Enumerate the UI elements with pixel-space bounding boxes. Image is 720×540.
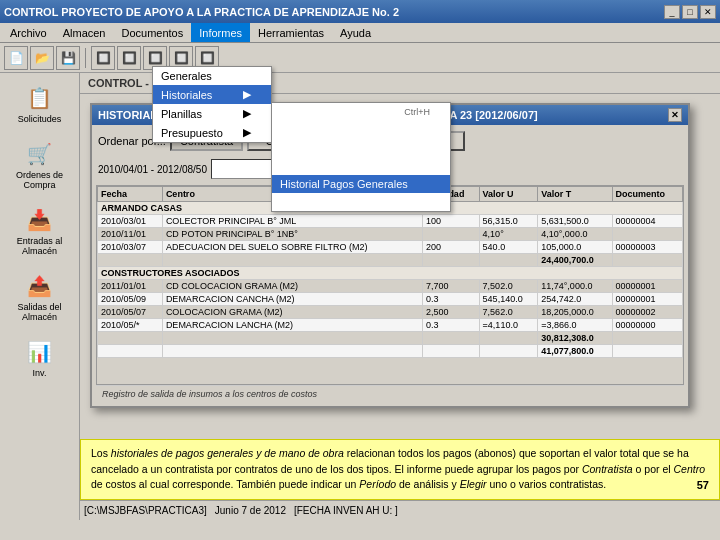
sidebar-item-solicitudes[interactable]: 📋 Solicitudes	[5, 77, 75, 129]
sidebar-label-entradas: Entradas al Almacén	[8, 236, 72, 256]
menu-documentos[interactable]: Documentos	[113, 23, 191, 42]
title-bar: CONTROL PROYECTO DE APOYO A LA PRACTICA …	[0, 0, 720, 23]
toolbar-separator-1	[85, 48, 86, 68]
table-row: 2011/01/01 CD COLOCACION GRAMA (M2) 7,70…	[98, 280, 683, 293]
cell-fecha: 2010/03/01	[98, 215, 163, 228]
info-text-5: de análisis y	[396, 478, 460, 490]
cell-doc: 00000001	[612, 280, 683, 293]
table-row: 41,077,800.0	[98, 345, 683, 358]
cell-subtotal2: 30,812,308.0	[538, 332, 612, 345]
col-valor-t: Valor T	[538, 187, 612, 202]
cell-valor-u: 540.0	[479, 241, 538, 254]
open-button[interactable]: 📂	[30, 46, 54, 70]
table-row: 2010/03/01 COLECTOR PRINCIPAL B° JML 100…	[98, 215, 683, 228]
menu-herramientas[interactable]: Herramientas	[250, 23, 332, 42]
menu-historiales[interactable]: Historiales ▶ Historial de Insumos Ctrl+…	[153, 85, 271, 104]
menu-planillas[interactable]: Planillas ▶	[153, 104, 271, 123]
minimize-button[interactable]: _	[664, 5, 680, 19]
data-table-wrapper[interactable]: Fecha Centro Cantidad Valor U Valor T Do…	[96, 185, 684, 385]
menu-historial-proveedores[interactable]: Historial de Proveedores	[272, 139, 450, 157]
cell-doc: 00000000	[612, 319, 683, 332]
date-range-text: 2010/04/01 - 2012/08/50	[98, 164, 207, 175]
sidebar-item-inv[interactable]: 📊 Inv.	[5, 331, 75, 383]
info-text-3: o por el	[633, 463, 674, 475]
cell-doc: 00000004	[612, 215, 683, 228]
dialog-close-button[interactable]: ✕	[668, 108, 682, 122]
cell-fecha: 2010/05/09	[98, 293, 163, 306]
inv-icon: 📊	[24, 336, 56, 368]
cell-fecha	[98, 254, 163, 267]
cell-doc	[612, 228, 683, 241]
col-fecha: Fecha	[98, 187, 163, 202]
cell-cantidad	[422, 254, 479, 267]
menu-generales[interactable]: Generales	[153, 67, 271, 85]
cell-fecha: 2011/01/01	[98, 280, 163, 293]
menu-historial-empleados[interactable]: Historial de Empleados	[272, 121, 450, 139]
menu-historial-pagos-generales[interactable]: Historial Pagos Generales	[272, 175, 450, 193]
save-button[interactable]: 💾	[56, 46, 80, 70]
menu-ayuda[interactable]: Ayuda	[332, 23, 379, 42]
cell-doc: 00000001	[612, 293, 683, 306]
menu-archivo[interactable]: Archivo	[2, 23, 55, 42]
cell-centro: CD COLOCACION GRAMA (M2)	[162, 280, 422, 293]
cell-valor-u: 56,315.0	[479, 215, 538, 228]
table-row: 2010/05/07 COLOCACION GRAMA (M2) 2,500 7…	[98, 306, 683, 319]
menu-historial-insumos[interactable]: Historial de Insumos Ctrl+H	[272, 103, 450, 121]
info-text-4: de costos al cual corresponde. También p…	[91, 478, 359, 490]
menu-presupuesto[interactable]: Presupuesto ▶	[153, 123, 271, 142]
cell-fecha: 2010/03/07	[98, 241, 163, 254]
cell-valor-t: 11,74°,000.0	[538, 280, 612, 293]
maximize-button[interactable]: □	[682, 5, 698, 19]
table-row: 2010/05/09 DEMARCACION CANCHA (M2) 0.3 5…	[98, 293, 683, 306]
menu-bar: Archivo Almacen Documentos Informes Herr…	[0, 23, 720, 43]
sidebar-item-salidas[interactable]: 📤 Salidas del Almacén	[5, 265, 75, 327]
submenu-arrow-icon: ▶	[243, 88, 251, 101]
salidas-icon: 📤	[24, 270, 56, 302]
cell-centro: CD POTON PRINCIPAL B° 1NB°	[162, 228, 422, 241]
title-controls: _ □ ✕	[664, 5, 716, 19]
status-bar: [C:\MSJBFAS\PRACTICA3] Junio 7 de 2012 […	[80, 500, 720, 520]
status-user: [FECHA INVEN AH U: ]	[294, 505, 398, 516]
cell-valor-t: =3,866.0	[538, 319, 612, 332]
cell-valor-u: 7,562.0	[479, 306, 538, 319]
menu-historial-compras[interactable]: Historial de Compras	[272, 157, 450, 175]
planillas-arrow-icon: ▶	[243, 107, 251, 120]
dialog-footer: Registro de salida de insumos a los cent…	[96, 385, 684, 402]
cell-fecha: 2010/05/*	[98, 319, 163, 332]
new-button[interactable]: 📄	[4, 46, 28, 70]
info-italic-2: Contratista	[582, 463, 633, 475]
cell-centro	[162, 254, 422, 267]
table-body: ARMANDO CASAS 2010/03/01 COLECTOR PRINCI…	[98, 202, 683, 358]
status-path: [C:\MSJBFAS\PRACTICA3]	[84, 505, 207, 516]
menu-informes[interactable]: Informes	[191, 23, 250, 42]
info-box: Los historiales de pagos generales y de …	[80, 439, 720, 500]
entradas-icon: 📥	[24, 204, 56, 236]
cell-valor-t: 254,742.0	[538, 293, 612, 306]
cell-doc: 00000003	[612, 241, 683, 254]
cell-valor-u: 545,140.0	[479, 293, 538, 306]
menu-almacen[interactable]: Almacen	[55, 23, 114, 42]
info-text-1: Los	[91, 447, 111, 459]
informes-dropdown: Generales Historiales ▶ Historial de Ins…	[152, 66, 272, 143]
cell-doc: 00000002	[612, 306, 683, 319]
table-row: 24,400,700.0	[98, 254, 683, 267]
cell-cantidad: 0.3	[422, 293, 479, 306]
col-documento: Documento	[612, 187, 683, 202]
cell-valor-t: 5,631,500.0	[538, 215, 612, 228]
cell-subtotal: 24,400,700.0	[538, 254, 612, 267]
tool-2[interactable]: 🔲	[117, 46, 141, 70]
table-row: 2010/05/* DEMARCACION LANCHA (M2) 0.3 =4…	[98, 319, 683, 332]
cell-centro: ADECUACION DEL SUELO SOBRE FILTRO (M2)	[162, 241, 422, 254]
cell-centro: DEMARCACION LANCHA (M2)	[162, 319, 422, 332]
sidebar-item-ordenes[interactable]: 🛒 Ordenes de Compra	[5, 133, 75, 195]
page-number: 57	[697, 477, 709, 494]
tool-1[interactable]: 🔲	[91, 46, 115, 70]
sidebar-item-entradas[interactable]: 📥 Entradas al Almacén	[5, 199, 75, 261]
cell-valor-u: =4,110.0	[479, 319, 538, 332]
section-header-text-2: CONSTRUCTORES ASOCIADOS	[98, 267, 683, 280]
cell-grandtotal: 41,077,800.0	[538, 345, 612, 358]
cell-fecha: 2010/11/01	[98, 228, 163, 241]
close-button[interactable]: ✕	[700, 5, 716, 19]
menu-historial-pagos-mano-obra[interactable]: Historial Pagos Mano de Obra	[272, 193, 450, 211]
sidebar-label-inv: Inv.	[8, 368, 72, 378]
